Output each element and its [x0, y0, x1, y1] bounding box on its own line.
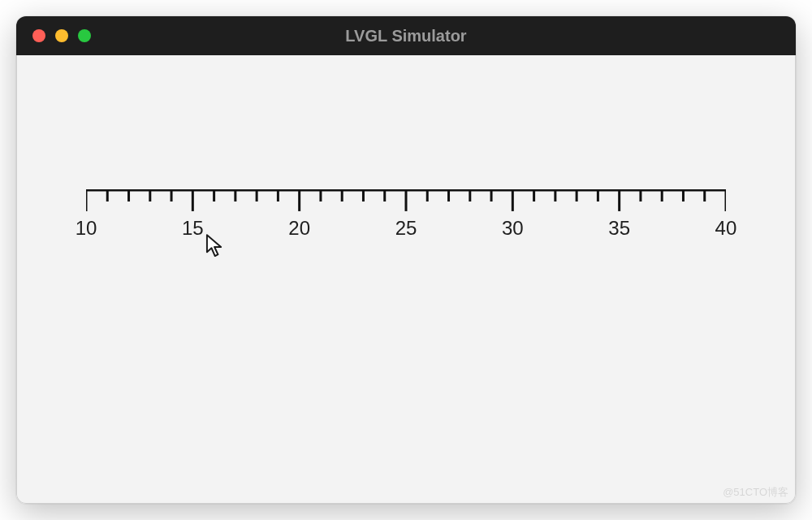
scale-labels-row: 10152025303540: [86, 217, 726, 240]
window-title: LVGL Simulator: [345, 27, 466, 46]
minimize-icon[interactable]: [55, 29, 68, 42]
scale-tick-label: 20: [283, 217, 316, 240]
window-controls: [16, 29, 91, 42]
scale-tick-label: 40: [710, 217, 742, 240]
scale-tick-label: 30: [496, 217, 529, 240]
close-icon[interactable]: [32, 29, 45, 42]
scale-ticks: [86, 189, 726, 214]
app-window: LVGL Simulator 10152025303540 @51CTO博客: [16, 16, 796, 504]
scale-tick-label: 25: [390, 217, 422, 240]
scale-tick-label: 10: [70, 217, 102, 240]
scale-widget: 10152025303540: [86, 189, 726, 240]
scale-tick-label: 15: [176, 217, 209, 240]
simulator-canvas[interactable]: 10152025303540 @51CTO博客: [16, 55, 796, 504]
titlebar[interactable]: LVGL Simulator: [16, 16, 796, 55]
watermark-text: @51CTO博客: [723, 485, 788, 500]
scale-tick-label: 35: [603, 217, 636, 240]
maximize-icon[interactable]: [78, 29, 91, 42]
